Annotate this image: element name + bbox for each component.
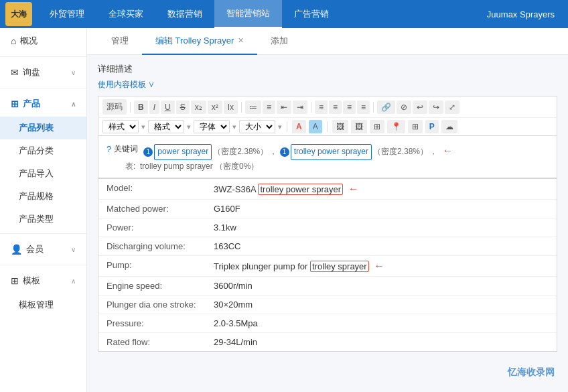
divider bbox=[0, 265, 86, 265]
keyword-text-2[interactable]: trolley power sprayer bbox=[291, 144, 372, 160]
value-model: 3WZ-S36A trolley power sprayer ← bbox=[214, 183, 549, 195]
toolbar-subscript-btn[interactable]: x₂ bbox=[191, 101, 206, 114]
nav-item-ads[interactable]: 广告营销 bbox=[282, 0, 341, 28]
toolbar-unlink-btn[interactable]: ⊘ bbox=[397, 101, 411, 114]
table-row: Pump: Triplex plunger pump for trolley s… bbox=[98, 256, 557, 277]
sidebar-item-overview[interactable]: ⌂ 概况 bbox=[0, 28, 86, 54]
toolbar-underline-btn[interactable]: U bbox=[161, 101, 175, 114]
toolbar-alignleft-btn[interactable]: ≡ bbox=[315, 101, 328, 114]
value-matched-power: G160F bbox=[214, 204, 549, 214]
field-engine-speed: Engine speed: bbox=[106, 281, 214, 291]
toolbar-font-select[interactable]: 字体 bbox=[194, 120, 230, 133]
nav-item-waomao[interactable]: 外贸管理 bbox=[38, 0, 96, 28]
density-2: （密度2.38%） bbox=[373, 145, 428, 159]
toolbar-ol-btn[interactable]: ≔ bbox=[245, 101, 261, 114]
sidebar-subitem-product-list[interactable]: 产品列表 bbox=[0, 117, 86, 139]
keyword-section: ? 关键词 1 power sprayer （密度2.38%） ， bbox=[98, 135, 557, 178]
tab-manage[interactable]: 管理 bbox=[98, 28, 142, 55]
toolbar-undo-btn[interactable]: ↩ bbox=[413, 101, 427, 114]
toolbar-alignjustify-btn[interactable]: ≡ bbox=[357, 101, 370, 114]
main-content: 管理 编辑 Trolley Sprayer ✕ 添加 详细描述 使用内容模板 ∨… bbox=[87, 28, 568, 392]
keyword-text-1[interactable]: power sprayer bbox=[154, 144, 212, 160]
mail-icon: ✉ bbox=[11, 67, 19, 78]
chevron-up-icon: ∧ bbox=[71, 101, 76, 108]
tab-close-icon[interactable]: ✕ bbox=[238, 36, 244, 45]
editor-toolbar-row1: 源码 B I U S x₂ x² Ix ≔ ≡ ⇤ ⇥ ≡ ≡ ≡ ≡ bbox=[98, 96, 557, 117]
sidebar-item-inquiry[interactable]: ✉ 询盘 ∨ bbox=[0, 60, 86, 85]
keyword-items: 1 power sprayer （密度2.38%） ， 1 trolley po… bbox=[143, 141, 453, 161]
product-icon: ⊞ bbox=[11, 99, 19, 109]
nav-item-smart[interactable]: 智能营销站 bbox=[214, 0, 282, 28]
highlight-trolley-sprayer: trolley sprayer bbox=[310, 261, 369, 272]
toolbar-cloud-btn[interactable]: ☁ bbox=[441, 120, 457, 133]
sidebar-item-product[interactable]: ⊞ 产品 ∧ bbox=[0, 91, 86, 117]
sidebar-item-member[interactable]: 👤 会员 ∨ bbox=[0, 237, 86, 262]
tab-edit-trolley[interactable]: 编辑 Trolley Sprayer ✕ bbox=[142, 28, 257, 55]
toolbar-clearformat-btn[interactable]: Ix bbox=[224, 101, 238, 114]
sidebar: ⌂ 概况 ✉ 询盘 ∨ ⊞ 产品 ∧ 产品列表 产品分类 产品导入 产品规格 产… bbox=[0, 28, 87, 392]
table-row: Model: 3WZ-S36A trolley power sprayer ← bbox=[98, 179, 557, 200]
badge-2: 1 bbox=[280, 147, 289, 157]
toolbar-p-btn[interactable]: P bbox=[425, 120, 439, 133]
tab-add[interactable]: 添加 bbox=[257, 28, 301, 55]
toolbar-italic-btn[interactable]: I bbox=[149, 101, 159, 114]
nav-item-data[interactable]: 数据营销 bbox=[155, 0, 214, 28]
toolbar-grid-btn[interactable]: ⊞ bbox=[408, 120, 423, 133]
toolbar-outdent-btn[interactable]: ⇤ bbox=[277, 101, 291, 114]
toolbar-redo-btn[interactable]: ↪ bbox=[429, 101, 443, 114]
template-icon: ⊞ bbox=[11, 275, 19, 286]
chevron-up-icon: ∧ bbox=[71, 277, 76, 285]
main-layout: ⌂ 概况 ✉ 询盘 ∨ ⊞ 产品 ∧ 产品列表 产品分类 产品导入 产品规格 产… bbox=[0, 28, 568, 392]
badge-1: 1 bbox=[143, 147, 153, 157]
toolbar-bgcolor-btn[interactable]: A bbox=[309, 120, 322, 133]
chevron-down-icon: ∨ bbox=[71, 69, 76, 76]
toolbar-ul-btn[interactable]: ≡ bbox=[263, 101, 275, 114]
value-plunger: 30×20mm bbox=[214, 300, 549, 310]
member-icon: 👤 bbox=[11, 244, 22, 255]
value-discharging: 163CC bbox=[214, 241, 549, 251]
toolbar-table-btn[interactable]: ⊞ bbox=[370, 120, 384, 133]
divider bbox=[0, 88, 86, 88]
sidebar-subitem-template-manage[interactable]: 模板管理 bbox=[0, 293, 86, 316]
toolbar-fullscreen-btn[interactable]: ⤢ bbox=[445, 101, 459, 114]
table-row: Power: 3.1kw bbox=[98, 218, 557, 237]
toolbar-bold-btn[interactable]: B bbox=[134, 101, 148, 114]
section-label-detail: 详细描述 bbox=[98, 63, 557, 75]
sidebar-subitem-product-type[interactable]: 产品类型 bbox=[0, 208, 86, 231]
toolbar-size-select[interactable]: 大小 bbox=[239, 120, 275, 133]
highlight-trolley-power-sprayer: trolley power sprayer bbox=[258, 184, 343, 195]
toolbar-alignright-btn[interactable]: ≡ bbox=[343, 101, 356, 114]
field-power: Power: bbox=[106, 222, 214, 233]
table-row: Rated flow: 29-34L/min bbox=[98, 333, 557, 351]
nav-item-buyer[interactable]: 全球买家 bbox=[96, 0, 155, 28]
toolbar-superscript-btn[interactable]: x² bbox=[208, 101, 222, 114]
toolbar-image2-btn[interactable]: 🖼 bbox=[351, 120, 367, 133]
toolbar-link-btn[interactable]: 🔗 bbox=[377, 101, 395, 114]
toolbar-strike-btn[interactable]: S bbox=[176, 101, 190, 114]
density-1: （密度2.38%） bbox=[213, 145, 268, 159]
toolbar-style-select[interactable]: 样式 bbox=[102, 120, 139, 133]
sidebar-item-template[interactable]: ⊞ 模板 ∧ bbox=[0, 268, 86, 293]
keyword-extra: 表: trolley pump sprayer （密度0%） bbox=[106, 161, 549, 172]
toolbar-image-btn[interactable]: 🖼 bbox=[332, 120, 348, 133]
sidebar-subitem-product-import[interactable]: 产品导入 bbox=[0, 162, 86, 185]
sidebar-subitem-product-category[interactable]: 产品分类 bbox=[0, 139, 86, 162]
toolbar-fontcolor-btn[interactable]: A bbox=[292, 120, 306, 133]
separator bbox=[241, 102, 242, 113]
keyword-label-2: 表: bbox=[125, 161, 135, 171]
toolbar-indent-btn[interactable]: ⇥ bbox=[293, 101, 307, 114]
table-row: Discharging volume: 163CC bbox=[98, 237, 557, 256]
template-link[interactable]: 使用内容模板 ∨ bbox=[98, 79, 557, 90]
separator bbox=[327, 121, 328, 132]
secondary-tabs: 管理 编辑 Trolley Sprayer ✕ 添加 bbox=[87, 28, 568, 55]
toolbar-location-btn[interactable]: 📍 bbox=[387, 120, 405, 133]
divider bbox=[0, 56, 86, 57]
keyword-tag-2: 1 trolley power sprayer （密度2.38%） ， bbox=[280, 144, 437, 160]
toolbar-format-select[interactable]: 格式 bbox=[148, 120, 184, 133]
sidebar-subitem-product-spec[interactable]: 产品规格 bbox=[0, 185, 86, 208]
toolbar-source-btn[interactable]: 源码 bbox=[102, 99, 127, 115]
toolbar-aligncenter-btn[interactable]: ≡ bbox=[329, 101, 342, 114]
keyword-tag-1: 1 power sprayer （密度2.38%） ， bbox=[143, 144, 277, 160]
table-row: Matched power: G160F bbox=[98, 200, 557, 218]
top-nav-items: 外贸管理 全球买家 数据营销 智能营销站 广告营销 bbox=[38, 0, 487, 28]
